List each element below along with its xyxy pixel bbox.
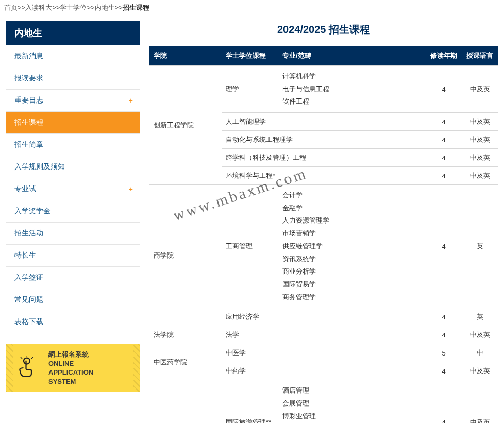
sidebar-nav: 最新消息报读要求重要日志+招生课程招生简章入学规则及须知专业试+入学奖学金招生活…	[6, 45, 140, 333]
sidebar-item[interactable]: 入学规则及须知	[6, 156, 140, 178]
sidebar-item-label: 招生简章	[14, 140, 43, 148]
sidebar-item[interactable]: 报读要求	[6, 67, 140, 90]
table-row: 酒店与旅游管理学院国际旅游管理**酒店管理会展管理博彩业管理文化旅游管理智慧旅游…	[149, 380, 498, 423]
sidebar-item[interactable]: 入学签证	[6, 267, 140, 289]
sidebar-item-label: 报读要求	[14, 74, 43, 82]
sidebar-item-label: 专业试	[14, 184, 36, 193]
sidebar-item[interactable]: 入学奖学金	[6, 200, 140, 223]
expand-icon: +	[129, 185, 133, 193]
table-row: 商学院工商管理会计学金融学人力资源管理学市场营销学供应链管理学资讯系统学商业分析…	[149, 185, 498, 308]
cell-program: 中药学	[222, 362, 426, 380]
sidebar-item-label: 表格下载	[14, 317, 43, 326]
cell-faculty: 商学院	[149, 185, 222, 326]
cell-lang: 英	[462, 185, 498, 308]
main-content: www.mbaxm.com 2024/2025 招生课程 学院 学士学位课程 专…	[149, 21, 498, 423]
breadcrumb-item[interactable]: 首页	[4, 4, 18, 11]
sidebar-item-label: 最新消息	[14, 52, 43, 60]
sidebar-item[interactable]: 常见问题	[6, 289, 140, 311]
cell-program: 自动化与系统工程理学	[222, 131, 426, 149]
cell-program: 法学	[222, 326, 426, 344]
cell-years: 4	[426, 113, 462, 131]
cell-years: 4	[426, 167, 462, 185]
cell-major: 计算机科学电子与信息工程软件工程	[278, 66, 426, 113]
breadcrumb-item[interactable]: 学士学位	[60, 4, 87, 11]
cell-years: 4	[426, 380, 462, 423]
th-years: 修读年期	[426, 46, 462, 66]
cell-years: 4	[426, 185, 462, 308]
cell-program: 国际旅游管理**	[222, 380, 278, 423]
th-program: 学士学位课程	[222, 46, 278, 66]
sidebar-item[interactable]: 招生活动	[6, 223, 140, 245]
sidebar-item-label: 重要日志	[14, 96, 43, 104]
svg-point-0	[24, 358, 30, 364]
online-application-banner[interactable]: 網上報名系統 ONLINE APPLICATION SYSTEM	[6, 344, 140, 392]
breadcrumb-item[interactable]: 内地生	[95, 4, 115, 11]
cell-years: 4	[426, 326, 462, 344]
sidebar-item[interactable]: 专业试+	[6, 178, 140, 200]
cell-years: 5	[426, 344, 462, 362]
sidebar-item[interactable]: 招生简章	[6, 134, 140, 156]
cell-years: 4	[426, 362, 462, 380]
sidebar-item[interactable]: 表格下载	[6, 311, 140, 333]
cell-years: 4	[426, 131, 462, 149]
breadcrumb: 首页>>入读科大>>学士学位>>内地生>>招生课程	[0, 0, 504, 15]
cell-program: 工商管理	[222, 185, 278, 308]
sidebar: 内地生 最新消息报读要求重要日志+招生课程招生简章入学规则及须知专业试+入学奖学…	[6, 21, 140, 423]
banner-text: 網上報名系統 ONLINE APPLICATION SYSTEM	[48, 350, 93, 386]
cell-major: 会计学金融学人力资源管理学市场营销学供应链管理学资讯系统学商业分析学国际贸易学商…	[278, 185, 426, 308]
sidebar-item-label: 特长生	[14, 251, 36, 259]
cell-program: 环境科学与工程*	[222, 167, 426, 185]
cell-faculty: 创新工程学院	[149, 66, 222, 185]
cell-lang: 中及英	[462, 113, 498, 131]
sidebar-item-label: 招生活动	[14, 229, 43, 237]
sidebar-item[interactable]: 招生课程	[6, 112, 140, 134]
breadcrumb-current: 招生课程	[123, 4, 149, 11]
expand-icon: +	[129, 96, 133, 105]
breadcrumb-item[interactable]: 入读科大	[25, 4, 52, 11]
sidebar-header: 内地生	[6, 21, 140, 45]
cell-years: 4	[426, 66, 462, 113]
sidebar-item[interactable]: 特长生	[6, 245, 140, 267]
cell-lang: 中	[462, 344, 498, 362]
cell-faculty: 中医药学院	[149, 344, 222, 380]
sidebar-item[interactable]: 重要日志+	[6, 90, 140, 112]
cell-major: 酒店管理会展管理博彩业管理文化旅游管理智慧旅游管理服务质素和零售管理	[278, 380, 426, 423]
th-faculty: 学院	[149, 46, 222, 66]
th-major: 专业/范畴	[278, 46, 426, 66]
cell-lang: 中及英	[462, 167, 498, 185]
sidebar-item-label: 入学规则及须知	[14, 162, 65, 171]
program-table: 学院 学士学位课程 专业/范畴 修读年期 授课语言 创新工程学院理学计算机科学电…	[149, 46, 498, 423]
cell-program: 跨学科（科技及管理）工程	[222, 149, 426, 167]
cell-program: 中医学	[222, 344, 426, 362]
cell-program: 人工智能理学	[222, 113, 426, 131]
table-row: 创新工程学院理学计算机科学电子与信息工程软件工程4中及英	[149, 66, 498, 113]
sidebar-item-label: 招生课程	[14, 118, 43, 126]
cell-lang: 中及英	[462, 66, 498, 113]
cell-lang: 中及英	[462, 131, 498, 149]
page-title: 2024/2025 招生课程	[149, 23, 498, 37]
cell-lang: 英	[462, 308, 498, 326]
cell-faculty: 酒店与旅游管理学院	[149, 380, 222, 423]
sidebar-item-label: 入学奖学金	[14, 207, 51, 215]
cell-lang: 中及英	[462, 326, 498, 344]
cell-years: 4	[426, 308, 462, 326]
table-row: 法学院法学4中及英	[149, 326, 498, 344]
cell-program: 应用经济学	[222, 308, 426, 326]
th-lang: 授课语言	[462, 46, 498, 66]
cell-years: 4	[426, 149, 462, 167]
sidebar-item-label: 常见问题	[14, 295, 43, 303]
svg-line-2	[31, 357, 33, 359]
cell-lang: 中及英	[462, 149, 498, 167]
cell-lang: 中及英	[462, 362, 498, 380]
cell-lang: 中及英	[462, 380, 498, 423]
table-row: 中医药学院中医学5中	[149, 344, 498, 362]
svg-line-1	[21, 357, 22, 359]
cell-faculty: 法学院	[149, 326, 222, 344]
cell-program: 理学	[222, 66, 278, 113]
tap-hand-icon	[11, 352, 42, 383]
sidebar-item-label: 入学签证	[14, 273, 43, 281]
sidebar-item[interactable]: 最新消息	[6, 45, 140, 67]
